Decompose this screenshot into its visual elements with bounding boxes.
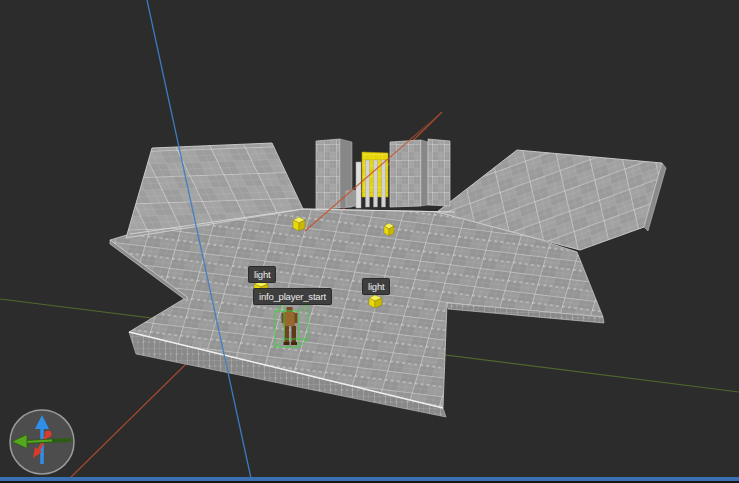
entity-label-light-1[interactable]: light bbox=[248, 266, 276, 283]
light-entity-cube[interactable] bbox=[293, 217, 305, 231]
brush-wall-left-front[interactable] bbox=[316, 139, 340, 209]
entity-label-light-2[interactable]: light bbox=[362, 278, 390, 295]
brush-thin-pillar-1[interactable] bbox=[366, 160, 370, 207]
brush-wall-right-front[interactable] bbox=[390, 140, 421, 207]
brush-thin-pillar-2[interactable] bbox=[374, 160, 378, 207]
light-entity-cube[interactable] bbox=[384, 223, 394, 236]
brush-wall-right-side[interactable] bbox=[421, 140, 428, 206]
scene-canvas[interactable] bbox=[0, 0, 739, 483]
orientation-compass bbox=[6, 406, 78, 478]
brush-thin-pillar-3[interactable] bbox=[382, 160, 386, 207]
brush-wall-far-right[interactable] bbox=[428, 139, 450, 206]
light-entity-cube[interactable] bbox=[369, 295, 382, 308]
3d-viewport[interactable]: light info_player_start light bbox=[0, 0, 739, 483]
entity-label-info-player-start[interactable]: info_player_start bbox=[253, 288, 332, 305]
